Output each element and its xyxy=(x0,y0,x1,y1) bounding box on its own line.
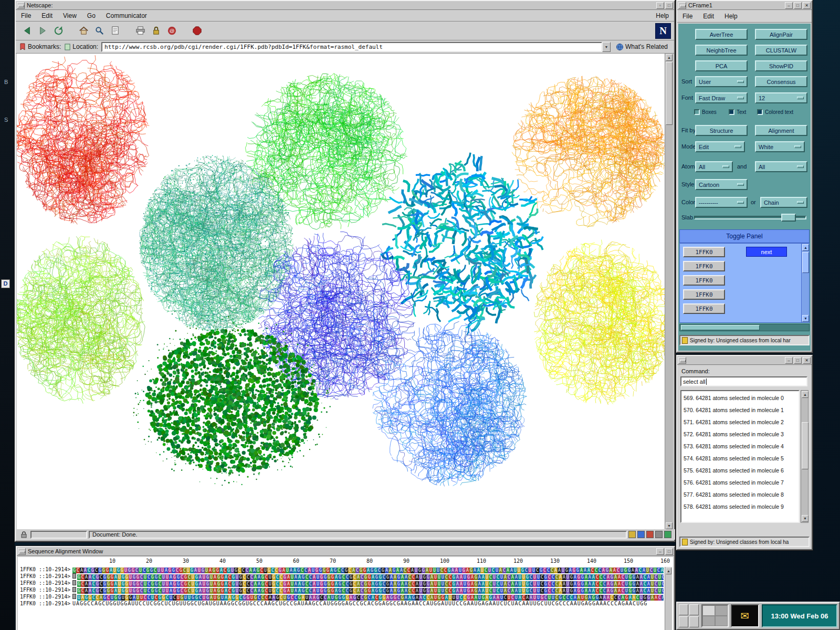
mail-icon[interactable]: ✉ xyxy=(731,604,759,627)
list-hscrollbar[interactable] xyxy=(679,324,810,331)
font-option-menu[interactable]: Fast Draw xyxy=(695,92,748,103)
style-option-menu[interactable]: Cartoon xyxy=(695,179,748,190)
structure-toggle-button[interactable]: 1FFK0 xyxy=(683,247,725,257)
structure-toggle-button[interactable]: 1FFK0 xyxy=(683,289,725,300)
menu-communicator[interactable]: Communicator xyxy=(101,11,152,20)
window-menu-button[interactable] xyxy=(678,357,686,364)
text-checkbox[interactable]: Text xyxy=(729,109,746,115)
background-option-menu[interactable]: White xyxy=(755,141,805,152)
menu-view[interactable]: View xyxy=(58,11,82,20)
reload-icon[interactable] xyxy=(51,24,65,38)
scroll-up-icon[interactable]: ▲ xyxy=(802,391,808,398)
desktop-icon[interactable]: D xyxy=(1,279,10,288)
taskbar-button[interactable] xyxy=(679,616,688,627)
location-dropdown-button[interactable]: ▼ xyxy=(602,42,611,52)
next-button[interactable]: next xyxy=(746,247,787,257)
scroll-down-icon[interactable]: ▼ xyxy=(802,315,809,322)
pca-button[interactable]: PCA xyxy=(695,60,748,71)
neighbtree-button[interactable]: NeighbTree xyxy=(695,45,748,56)
mode-option-menu[interactable]: Edit xyxy=(695,141,745,152)
menu-go[interactable]: Go xyxy=(82,11,101,20)
sequence-label[interactable]: 1FFK0 ::10-2914> xyxy=(20,587,72,593)
stop-icon[interactable] xyxy=(190,24,204,38)
window-menu-button[interactable] xyxy=(678,2,686,9)
window-menu-button[interactable] xyxy=(18,548,26,555)
taskbar-button[interactable] xyxy=(679,604,688,615)
forward-icon[interactable] xyxy=(36,24,49,38)
workspace-pager[interactable] xyxy=(701,604,729,627)
shop-icon[interactable]: @ xyxy=(165,24,178,38)
maximize-button[interactable]: □ xyxy=(665,2,673,9)
showpid-button[interactable]: ShowPID xyxy=(755,60,807,71)
workspace-cell[interactable] xyxy=(715,605,728,616)
menu-edit[interactable]: Edit xyxy=(698,12,719,21)
browser-scrollbar[interactable]: ▲ ▼ xyxy=(665,54,673,530)
scrollbar-thumb[interactable] xyxy=(681,325,760,330)
maximize-button[interactable]: □ xyxy=(665,548,673,555)
sequence-label[interactable]: 1FFK0 ::10-2914> xyxy=(20,573,72,579)
home-icon[interactable] xyxy=(77,24,90,38)
workspace-cell[interactable] xyxy=(702,605,715,616)
structure-toggle-button[interactable]: 1FFK0 xyxy=(683,303,725,314)
menu-help[interactable]: Help xyxy=(650,11,674,20)
maximize-button[interactable]: □ xyxy=(794,357,802,364)
atoms2-option-menu[interactable]: All xyxy=(755,161,807,172)
scroll-down-icon[interactable]: ▼ xyxy=(666,522,673,529)
row-marker-icon[interactable] xyxy=(72,573,76,579)
location-input[interactable] xyxy=(101,42,602,52)
scroll-down-icon[interactable]: ▼ xyxy=(802,515,808,522)
color1-option-menu[interactable]: ---------- xyxy=(695,197,748,208)
row-marker-icon[interactable] xyxy=(72,587,76,592)
component-icon[interactable] xyxy=(655,531,663,538)
menu-file[interactable]: File xyxy=(677,12,698,21)
atoms1-option-menu[interactable]: All xyxy=(695,161,733,172)
sort-option-menu[interactable]: User xyxy=(695,76,748,87)
row-marker-icon[interactable] xyxy=(72,594,76,599)
component-icon[interactable] xyxy=(664,531,671,538)
close-button[interactable]: ✕ xyxy=(803,2,811,9)
cframe-titlebar[interactable]: CFrame1 – □ ✕ xyxy=(677,1,812,10)
structure-toggle-button[interactable]: 1FFK0 xyxy=(683,261,725,271)
alignpair-button[interactable]: AlignPair xyxy=(755,29,807,40)
command-titlebar[interactable]: – □ ✕ xyxy=(677,356,812,365)
taskbar-button[interactable] xyxy=(689,616,699,627)
sequence-label[interactable]: 1FFK0 ::10-2914> xyxy=(20,594,72,600)
whats-related-label[interactable]: What's Related xyxy=(625,43,668,50)
workspace-cell[interactable] xyxy=(715,616,728,626)
row-marker-icon[interactable] xyxy=(72,580,76,585)
taskbar-button[interactable] xyxy=(689,604,699,615)
avertree-button[interactable]: AverTree xyxy=(695,29,748,40)
sequence-label[interactable]: 1FFK0 ::10-2914> xyxy=(20,601,72,606)
boxes-checkbox[interactable]: Boxes xyxy=(694,109,717,115)
maximize-button[interactable]: □ xyxy=(794,2,802,9)
alignment-titlebar[interactable]: Sequence Alignment Window – □ xyxy=(17,547,674,556)
command-input[interactable]: select all xyxy=(680,376,807,386)
print-icon[interactable] xyxy=(133,24,147,38)
minimize-button[interactable]: – xyxy=(656,548,664,555)
scrollbar-thumb[interactable] xyxy=(802,252,809,273)
minimize-button[interactable]: ▫ xyxy=(656,2,664,9)
minimize-button[interactable]: – xyxy=(785,357,793,364)
clustalw-button[interactable]: CLUSTALW xyxy=(755,45,807,56)
minimize-button[interactable]: – xyxy=(785,2,793,9)
workspace-cell[interactable] xyxy=(702,616,715,626)
scroll-up-icon[interactable]: ▲ xyxy=(666,568,671,574)
sequence-label[interactable]: 1FFK0 ::10-2914> xyxy=(20,566,72,572)
scroll-up-icon[interactable]: ▲ xyxy=(666,54,673,61)
window-menu-button[interactable] xyxy=(17,2,25,9)
sequence-label[interactable]: 1FFK0 ::10-2914> xyxy=(20,580,72,586)
back-icon[interactable] xyxy=(20,24,34,38)
scroll-up-icon[interactable]: ▲ xyxy=(802,244,809,251)
list-scrollbar[interactable]: ▲ ▼ xyxy=(801,244,809,322)
toggle-panel-header[interactable]: Toggle Panel xyxy=(679,229,810,243)
alignment-scrollbar[interactable]: ▲ xyxy=(665,567,672,630)
menu-file[interactable]: File xyxy=(16,11,36,20)
search-icon[interactable] xyxy=(92,24,106,38)
component-icon[interactable] xyxy=(628,531,636,538)
command-log[interactable]: 569. 64281 atoms selected in molecule 05… xyxy=(680,390,800,523)
colored-text-checkbox[interactable]: Colored text xyxy=(757,109,793,115)
netscape-throbber[interactable]: N xyxy=(655,23,671,39)
component-icon[interactable] xyxy=(646,531,654,538)
security-lock-icon[interactable] xyxy=(18,531,29,539)
consensus-button[interactable]: Consensus xyxy=(755,76,807,87)
